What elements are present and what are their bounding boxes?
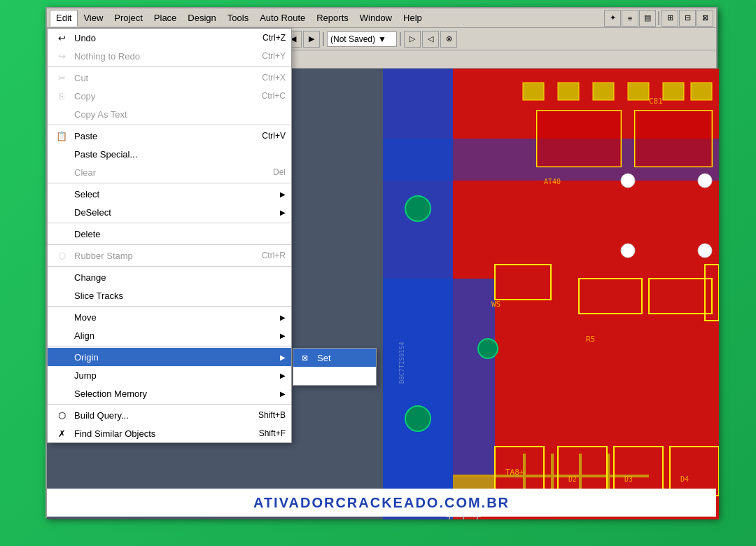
submenu-set[interactable]: ⊠ Set [293,349,376,367]
tb-extra2[interactable]: ◁ [422,31,439,48]
menu-design[interactable]: Design [182,10,221,27]
sep1 [48,66,291,67]
menu-build-query[interactable]: ⬡ Build Query... Shift+B [48,406,291,424]
copy-icon: ⎘ [53,91,70,102]
build-query-label: Build Query... [74,410,253,421]
menu-place[interactable]: Place [148,10,183,27]
jump-arrow: ▶ [280,372,286,379]
delete-label: Delete [74,229,286,239]
reset-label: Reset [317,371,341,382]
sep6 [48,266,291,267]
svg-text:WS: WS [491,300,500,309]
nothing-to-redo-label: Nothing to Redo [74,51,256,62]
menu-paste-special[interactable]: Paste Special... [48,145,291,163]
menu-delete[interactable]: Delete [48,225,291,243]
svg-point-23 [405,406,430,431]
svg-text:D8C7TIS91S4: D8C7TIS91S4 [398,342,405,384]
menu-copy-as-text[interactable]: Copy As Text [48,105,291,123]
menu-reports[interactable]: Reports [311,10,354,27]
select-arrow: ▶ [280,190,286,198]
tb-nav2[interactable]: ▶ [303,31,320,48]
undo-label: Undo [74,33,257,43]
svg-rect-21 [635,111,712,167]
submenu-reset[interactable]: Reset [293,367,376,385]
svg-point-26 [698,174,712,188]
svg-rect-13 [558,83,579,100]
menu-edit[interactable]: Edit [50,10,78,27]
save-status-dropdown[interactable]: (Not Saved) ▼ [327,31,397,47]
pcb-board: C81 AT40 WS R5 TA8+ D2 D3 D4 TA8- D8C7TI… [383,69,719,519]
jump-label: Jump [74,370,277,381]
menu-window[interactable]: Window [354,10,398,27]
svg-point-27 [698,244,712,258]
menu-select[interactable]: Select ▶ [48,185,291,203]
undo-icon: ↩ [53,33,70,43]
build-query-shortcut: Shift+B [258,410,286,420]
menu-deselect[interactable]: DeSelect ▶ [48,203,291,221]
move-label: Move [74,312,277,323]
svg-rect-14 [593,83,614,100]
menu-autoroute[interactable]: Auto Route [254,10,311,27]
menu-change[interactable]: Change [48,268,291,286]
rubber-stamp-label: Rubber Stamp [74,251,256,261]
tb-extra3[interactable]: ⊗ [440,31,457,48]
watermark: ATIVADORCRACKEADO.COM.BR [47,489,716,517]
set-label: Set [317,353,331,363]
svg-text:AT40: AT40 [544,178,561,186]
undo-shortcut: Ctrl+Z [262,33,286,43]
toolbar-icon-4[interactable]: ⊞ [662,10,678,27]
origin-arrow: ▶ [280,354,286,361]
redo-shortcut: Ctrl+Y [262,51,286,61]
clear-shortcut: Del [273,167,286,177]
svg-text:C81: C81 [649,97,663,106]
menu-rubber-stamp[interactable]: ⬡ Rubber Stamp Ctrl+R [48,246,291,265]
dropdown-arrow: ▼ [378,34,386,44]
origin-submenu: ⊠ Set Reset [293,348,377,386]
menu-nothing-to-redo[interactable]: ↪ Nothing to Redo Ctrl+Y [48,47,291,65]
selection-memory-arrow: ▶ [280,390,286,398]
cut-shortcut: Ctrl+X [262,73,286,83]
sep5 [48,244,291,245]
edit-dropdown-menu: ↩ Undo Ctrl+Z ↪ Nothing to Redo Ctrl+Y ✂… [47,28,292,443]
svg-point-22 [405,196,430,221]
toolbar-icon-2[interactable]: ≡ [622,10,638,27]
menu-selection-memory[interactable]: Selection Memory ▶ [48,384,291,402]
tb-extra1[interactable]: ▷ [404,31,421,48]
menu-tools[interactable]: Tools [222,10,254,27]
paste-special-label: Paste Special... [74,149,286,160]
sep2 [48,125,291,125]
toolbar-icon-3[interactable]: ▤ [639,10,656,27]
svg-point-28 [621,244,635,258]
menu-view[interactable]: View [78,10,108,27]
toolbar-icon-1[interactable]: ✦ [604,10,621,27]
set-check-icon: ⊠ [302,354,314,363]
svg-point-25 [621,174,635,188]
menu-slice-tracks[interactable]: Slice Tracks [48,286,291,304]
menu-project[interactable]: Project [108,10,148,27]
menu-origin[interactable]: Origin ▶ ⊠ Set Reset [48,348,291,366]
menu-jump[interactable]: Jump ▶ [48,366,291,384]
menu-move[interactable]: Move ▶ [48,308,291,326]
change-label: Change [74,272,286,283]
svg-rect-17 [691,83,712,100]
clear-label: Clear [74,167,267,178]
paste-label: Paste [74,131,256,141]
align-arrow: ▶ [280,332,286,340]
toolbar-icon-5[interactable]: ⊟ [679,10,696,27]
menu-copy[interactable]: ⎘ Copy Ctrl+C [48,87,291,105]
menu-paste[interactable]: 📋 Paste Ctrl+V [48,127,291,145]
rubber-stamp-shortcut: Ctrl+R [262,251,286,260]
svg-rect-15 [628,83,649,100]
tb-sep5 [400,32,401,46]
menu-help[interactable]: Help [398,10,428,27]
menu-align[interactable]: Align ▶ [48,326,291,344]
selection-memory-label: Selection Memory [74,388,277,399]
menu-clear[interactable]: Clear Del [48,163,291,181]
menu-undo[interactable]: ↩ Undo Ctrl+Z [48,29,291,47]
menu-find-similar[interactable]: ✗ Find Similar Objects Shift+F [48,424,291,442]
find-similar-icon: ✗ [53,428,70,439]
menu-cut[interactable]: ✂ Cut Ctrl+X [48,69,291,87]
deselect-label: DeSelect [74,207,277,218]
copy-as-text-label: Copy As Text [74,109,286,120]
toolbar-icon-6[interactable]: ⊠ [696,10,713,27]
